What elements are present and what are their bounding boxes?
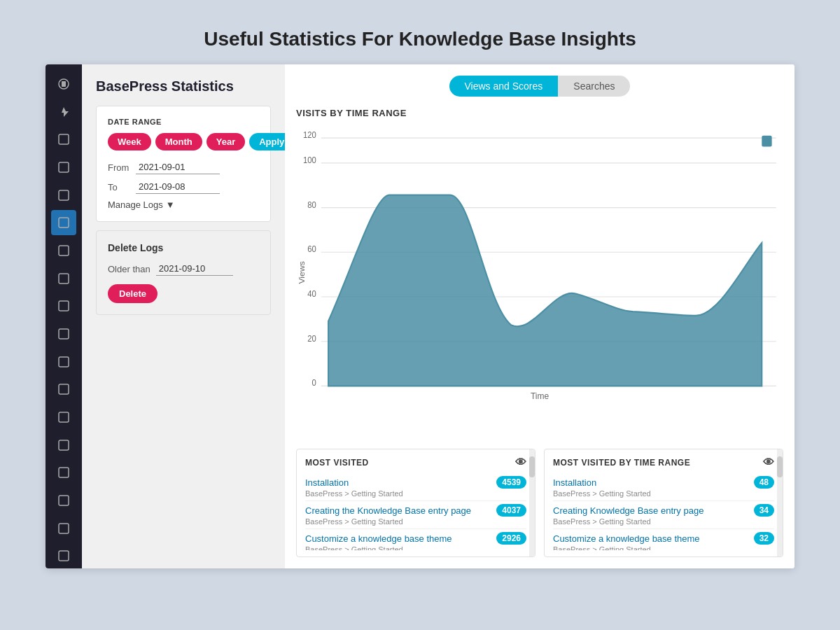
- from-input[interactable]: [136, 160, 220, 174]
- pin-icon[interactable]: [51, 99, 76, 125]
- svg-rect-12: [59, 412, 69, 422]
- apply-button[interactable]: Apply: [249, 133, 285, 150]
- list-item-sub: BasePress > Getting Started: [305, 545, 526, 550]
- range-buttons: Week Month Year Apply: [108, 133, 259, 150]
- year-button[interactable]: Year: [206, 133, 245, 150]
- list-item-badge: 34: [754, 504, 774, 517]
- list-item-link[interactable]: Creating the Knowledge Base entry page: [305, 505, 492, 516]
- bottom-panels: MOST VISITED 👁 Installation 4539 BasePre…: [296, 449, 783, 557]
- delete-logs-box: Delete Logs Older than Delete: [96, 230, 271, 315]
- svg-text:100: 100: [303, 155, 316, 164]
- week-button[interactable]: Week: [108, 133, 151, 150]
- list-item-link[interactable]: Customize a knowledge base theme: [305, 533, 492, 544]
- tab-searches[interactable]: Searches: [558, 76, 630, 97]
- plugin-icon[interactable]: [51, 460, 76, 485]
- app-frame: BasePress Statistics DATE RANGE Week Mon…: [46, 64, 794, 568]
- older-than-label: Older than: [108, 264, 150, 274]
- panel-title: BasePress Statistics: [96, 78, 271, 94]
- book-icon[interactable]: [51, 516, 76, 541]
- grid-icon[interactable]: [51, 488, 76, 513]
- user-icon[interactable]: [51, 405, 76, 430]
- date-range-label: DATE RANGE: [108, 118, 259, 126]
- chart-container: 0 20 40 60 80 100 120: [296, 124, 783, 390]
- chart-title: VISITS BY TIME RANGE: [296, 108, 783, 118]
- list-item-sub: BasePress > Getting Started: [553, 517, 774, 526]
- tools-icon[interactable]: [51, 377, 76, 402]
- month-button[interactable]: Month: [155, 133, 202, 150]
- svg-rect-11: [59, 384, 69, 394]
- list-item-link[interactable]: Creating Knowledge Base entry page: [553, 505, 750, 516]
- shield-icon[interactable]: [51, 238, 76, 263]
- date-range-box: DATE RANGE Week Month Year Apply From To…: [96, 106, 271, 222]
- list-item: Creating the Knowledge Base entry page 4…: [305, 501, 526, 529]
- list-icon[interactable]: [51, 293, 76, 318]
- delete-logs-title: Delete Logs: [108, 242, 259, 253]
- tab-views-scores[interactable]: Views and Scores: [449, 76, 559, 97]
- list-item-sub: BasePress > Getting Started: [305, 489, 526, 498]
- list-item-badge: 2926: [496, 532, 526, 545]
- svg-text:60: 60: [307, 244, 316, 254]
- list-item: Customize a knowledge base theme 2926 Ba…: [305, 529, 526, 550]
- svg-text:20: 20: [307, 333, 316, 343]
- most-visited-panel: MOST VISITED 👁 Installation 4539 BasePre…: [296, 449, 536, 557]
- wordpress-icon[interactable]: [51, 71, 76, 97]
- svg-rect-10: [59, 357, 69, 367]
- older-than-input[interactable]: [156, 262, 233, 276]
- svg-rect-15: [59, 496, 69, 505]
- svg-rect-9: [59, 329, 69, 339]
- list-item-badge: 48: [754, 476, 774, 489]
- svg-rect-16: [59, 524, 69, 533]
- svg-rect-17: [59, 551, 69, 561]
- svg-text:120: 120: [303, 130, 316, 140]
- area-chart: 0 20 40 60 80 100 120: [296, 124, 783, 390]
- sidebar: [46, 64, 82, 568]
- settings-icon[interactable]: [51, 543, 76, 568]
- list-item-link[interactable]: Customize a knowledge base theme: [553, 533, 750, 544]
- comments-icon[interactable]: [51, 127, 76, 152]
- most-visited-range-panel: MOST VISITED BY TIME RANGE 👁 Installatio…: [544, 449, 783, 557]
- tag-icon[interactable]: [51, 266, 76, 291]
- to-row: To: [108, 180, 259, 194]
- manage-logs-button[interactable]: Manage Logs ▼: [108, 200, 175, 210]
- to-label: To: [108, 182, 130, 192]
- svg-rect-13: [59, 440, 69, 450]
- svg-rect-6: [59, 246, 69, 255]
- thumbs-icon[interactable]: [51, 183, 76, 208]
- svg-rect-2: [59, 134, 69, 144]
- list-item: Customize a knowledge base theme 32 Base…: [553, 529, 774, 550]
- svg-rect-4: [59, 190, 69, 200]
- spanner-icon[interactable]: [51, 433, 76, 458]
- delete-button[interactable]: Delete: [108, 284, 158, 303]
- right-panel: Views and Scores Searches VISITS BY TIME…: [285, 64, 794, 568]
- most-visited-title: MOST VISITED: [305, 458, 369, 468]
- list-item-sub: BasePress > Getting Started: [553, 545, 774, 550]
- list-item-badge: 4037: [496, 504, 526, 517]
- chart-section: VISITS BY TIME RANGE 0 20 40 60 80 100 1…: [296, 108, 783, 440]
- to-input[interactable]: [136, 180, 220, 194]
- list-item: Installation 4539 BasePress > Getting St…: [305, 473, 526, 501]
- svg-rect-41: [762, 136, 771, 147]
- most-visited-range-header: MOST VISITED BY TIME RANGE 👁: [545, 449, 783, 473]
- pencil-icon[interactable]: [51, 321, 76, 346]
- svg-rect-8: [59, 301, 69, 311]
- page-icon[interactable]: [51, 155, 76, 180]
- list-item-badge: 4539: [496, 476, 526, 489]
- stats-icon[interactable]: [51, 210, 76, 235]
- list-item-link[interactable]: Installation: [553, 477, 750, 488]
- list-item-sub: BasePress > Getting Started: [553, 489, 774, 498]
- most-visited-range-title: MOST VISITED BY TIME RANGE: [553, 458, 690, 468]
- svg-rect-14: [59, 468, 69, 477]
- svg-rect-1: [62, 81, 66, 87]
- svg-rect-3: [59, 162, 69, 172]
- list-item-badge: 32: [754, 532, 774, 545]
- most-visited-header: MOST VISITED 👁: [297, 449, 535, 473]
- wrench-icon[interactable]: [51, 349, 76, 374]
- list-item-sub: BasePress > Getting Started: [305, 517, 526, 526]
- list-item: Installation 48 BasePress > Getting Star…: [553, 473, 774, 501]
- page-title: Useful Statistics For Knowledge Base Ins…: [204, 28, 636, 50]
- list-item-link[interactable]: Installation: [305, 477, 492, 488]
- main-content: BasePress Statistics DATE RANGE Week Mon…: [82, 64, 794, 568]
- svg-text:Views: Views: [298, 261, 306, 284]
- left-panel: BasePress Statistics DATE RANGE Week Mon…: [82, 64, 285, 568]
- svg-text:40: 40: [307, 289, 316, 299]
